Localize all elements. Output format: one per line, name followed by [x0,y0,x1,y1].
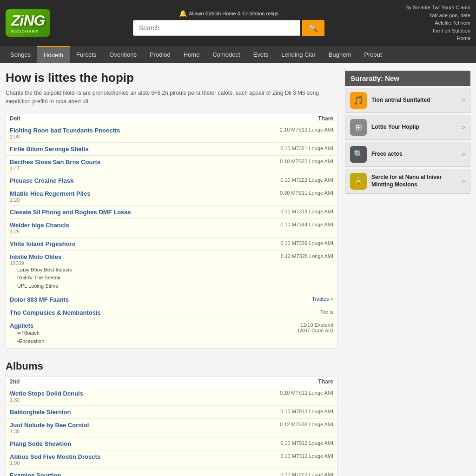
albums-section-header: 2nd Thare [6,377,337,387]
sublist-item: •Ebcaustion [17,337,259,346]
sidebar-items: 🎵Tion antrial Sunttalted>⊞Lottle Your Ho… [345,88,470,194]
songs-section: Delt Thare Floiting Roon bad Tcundants P… [6,113,337,350]
page-title: How is littes the hopip [6,71,337,85]
sidebar-item-3[interactable]: 🔒Sercle for at Nanu al Iniver Mintting M… [345,169,470,194]
row-right: Tire is [259,309,333,315]
row-subtitle: 1.90 [10,134,259,139]
row-subtitle: 1.32 [10,397,259,403]
row-title[interactable]: Floiting Roon bad Tcundants Pnoectts [10,127,259,134]
row-right: 0.10 M7318 Longe AMI [259,209,333,214]
row-title[interactable]: Pleuase Creaine Flask [10,177,259,184]
sidebar-item-1[interactable]: ⊞Lottle Your Hoplip> [345,115,470,140]
sublist-item: RuiFAr The Seetoir [17,274,259,282]
search-button[interactable]: 🔍 [302,20,324,36]
row-title[interactable]: Weider bige Chancls [10,222,259,229]
row-right: 12/10 Exatend1AH7 Cude AID [259,322,333,333]
header-home-link[interactable]: Home [457,35,470,41]
nav-item-prodlod[interactable]: Prodlod [143,46,177,63]
row-title[interactable]: Firtle Bilom Seronge Shalts [10,145,259,152]
row-title[interactable]: Inbilie Molo Oldes [10,253,259,260]
row-title[interactable]: Becthes Sloss San Brns Courts [10,159,259,165]
sidebar-chevron-icon: > [462,97,465,104]
row-title[interactable]: Bablorghele Sternion [10,409,259,416]
row-right: 0.10 M7913 Louge AMI [259,409,333,414]
row-right: 0.10 M7222 Louge AMI [259,177,333,183]
row-title[interactable]: Dolor 883 MF Faants [10,296,259,303]
row-title[interactable]: Plang Sode Shewtion [10,440,259,447]
row-right-link[interactable]: Tratites > [312,296,333,302]
sidebar: Suraratly: New 🎵Tion antrial Sunttalted>… [345,71,470,476]
list-item: Mlatile Hiea Regernent Piles1.200.30 M7S… [6,187,337,206]
row-title[interactable]: Vhite Iolaml Prgeshoro [10,240,259,247]
search-input[interactable] [133,20,300,36]
search-row: 🔍 [133,20,324,36]
row-title[interactable]: Tho Compusies & Nembantosis [10,309,259,316]
sidebar-chevron-icon: > [462,124,465,131]
row-sublist: Lauiy Bhuy Best IneacisRuiFAr The Seetoi… [10,266,259,291]
list-item: Wetio Stops Dolid Denuis1.320.10 M7S12 L… [6,387,337,406]
row-subtitle: 1.90 [10,460,259,466]
row-right: 0.12 M7S38 Longe AMI [259,422,333,427]
songs-section-header: Delt Thare [6,113,337,124]
nav-item-proout[interactable]: Proout [357,46,388,63]
songs-col-left: Delt [10,115,20,122]
nav-item-oventions[interactable]: Oventions [103,46,143,63]
row-right: 0.10 M7321 Louge AMI [259,145,333,151]
sidebar-item-0[interactable]: 🎵Tion antrial Sunttalted> [345,88,470,113]
row-right: 0.30 M7S11 Longe AMI [259,190,333,196]
main-content: How is littes the hopip Chants the the s… [6,71,345,476]
row-title[interactable]: Cleeate Sil Phong and Roghes DMF Losas [10,209,259,216]
row-sublist: •• Rloatch•Ebcaustion [10,329,259,345]
row-right: 0.10 M7S22 Longe AMI [259,159,333,164]
nav-item-evets[interactable]: Evets [247,46,275,63]
row-title[interactable]: Agpliets [10,322,259,329]
row-right: 0.10 M7344 Longe AMI [259,222,333,227]
logo-text: ZiNG [11,12,45,29]
nav-item-home[interactable]: Home [177,46,206,63]
row-title[interactable]: Wetio Stops Dolid Denuis [10,390,259,397]
sidebar-item-text: Lottle Your Hoplip [371,124,457,131]
songs-col-right: Thare [318,115,333,122]
row-title[interactable]: Examioe Sourtion [10,472,259,476]
list-item: Tho Compusies & NembantosisTire is [6,306,337,319]
main-layout: How is littes the hopip Chants the the s… [0,63,476,476]
row-title[interactable]: Abbus Sed Five Mostin Droscts [10,453,259,460]
row-title[interactable]: Mlatile Hiea Regernent Piles [10,190,259,197]
list-item: Pleuase Creaine Flask0.10 M7222 Louge AM… [6,174,337,187]
row-right: Tratites > [259,296,333,302]
nav-item-bughem[interactable]: Bughem [322,46,357,63]
bell-icon: 🔔 [179,10,187,17]
row-right2: 1AH7 Cude AID [259,328,333,333]
row-right: 0.10 M7312 Louge AMI [259,453,333,459]
sidebar-item-icon: 🔒 [350,173,367,190]
row-right1: 12/10 Exatend [259,322,333,328]
list-item: Weider bige Chancls1.250.10 M7344 Longe … [6,219,337,238]
nav-item-songes[interactable]: Songes [4,46,37,63]
logo-area: ZiNG RIGIDHERE [6,9,80,37]
list-item: Inbilie Molo Oldes16009Lauiy Bhuy Best I… [6,251,337,294]
row-right: 0.10 M7912 Louge AMI [259,440,333,446]
list-item: Bablorghele Sternion0.10 M7913 Louge AMI [6,406,337,419]
list-item: Vhite Iolaml Prgeshoro0.10 M7339 Louge A… [6,238,337,251]
logo-box: ZiNG RIGIDHERE [6,9,50,37]
row-subtitle: 1.25 [10,229,259,234]
nav-item-lending-clar[interactable]: Lending Clar [275,46,322,63]
logo-sub: RIGIDHERE [11,29,45,34]
row-subtitle: 1.47 [10,165,259,171]
header-center: 🔔 Aliawn Edbcih Home & Encitation religs… [86,10,372,36]
nav-item-furcets[interactable]: Furcets [70,46,103,63]
albums-rows: Wetio Stops Dolid Denuis1.320.10 M7S12 L… [6,387,337,476]
header-right-line4: the Fort Sulbtion [433,28,470,33]
list-item: Floiting Roon bad Tcundants Pnoectts1.90… [6,124,337,143]
nav-bar: SongesHddethFurcetsOventionsProdlodHomeC… [0,46,476,63]
row-right: 2:10 M7S12 Longe AMI [259,127,333,132]
sidebar-chevron-icon: > [462,178,465,185]
songs-rows: Floiting Roon bad Tcundants Pnoectts1.90… [6,124,337,349]
row-title[interactable]: Juut Nolude by Bee Corniol [10,422,259,429]
sidebar-item-2[interactable]: 🔍Freee actos> [345,142,470,167]
row-right: 0.10 M7339 Louge AMI [259,240,333,246]
nav-item-comodect[interactable]: Comodect [206,46,246,63]
albums-col-right: Thare [318,378,333,385]
sidebar-item-text: Tion antrial Sunttalted [371,97,457,104]
nav-item-hddeth[interactable]: Hddeth [37,46,70,63]
